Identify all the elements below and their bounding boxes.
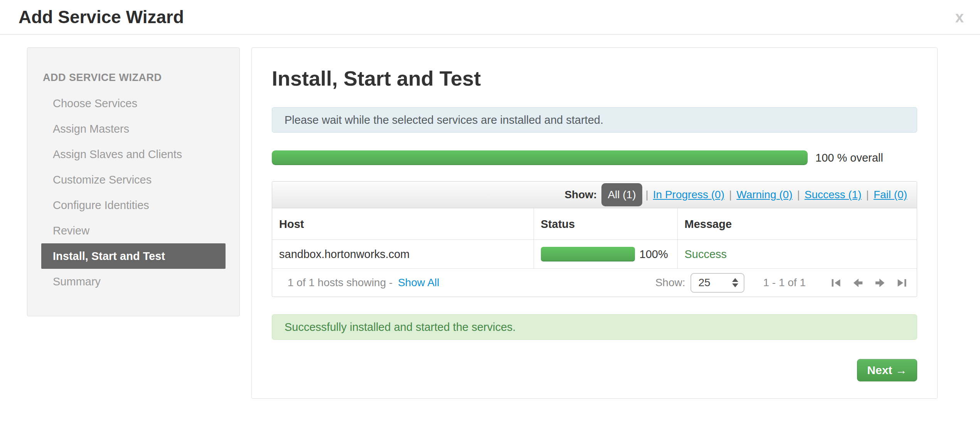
hosts-showing-summary: 1 of 1 hosts showing - Show All [288, 277, 655, 289]
overall-progress-fill [272, 150, 808, 165]
stepper-icon [732, 278, 738, 287]
sidebar-item-configure-identities[interactable]: Configure Identities [41, 192, 226, 218]
filter-separator: | [729, 189, 732, 201]
sidebar-item-install-start-and-test[interactable]: Install, Start and Test [41, 243, 226, 269]
success-alert-text: Successfully installed and started the s… [285, 321, 516, 334]
sidebar-item-assign-slaves-and-clients[interactable]: Assign Slaves and Clients [41, 142, 226, 167]
sidebar-item-assign-masters[interactable]: Assign Masters [41, 116, 226, 142]
message-status-text[interactable]: Success [685, 248, 727, 260]
hosts-table-container: Show: All (1) | In Progress (0) | Warnin… [272, 181, 917, 297]
filter-fail[interactable]: Fail (0) [874, 189, 907, 201]
first-page-button[interactable] [830, 277, 842, 289]
info-alert-text: Please wait while the selected services … [285, 114, 603, 126]
overall-progress-row: 100 % overall [272, 150, 917, 165]
wizard-actions: Next → [272, 359, 917, 381]
hosts-showing-text: 1 of 1 hosts showing - [288, 277, 392, 288]
filter-show-label: Show: [564, 189, 597, 201]
close-icon[interactable]: x [955, 9, 964, 25]
last-page-icon [896, 277, 908, 289]
host-progress-bar [541, 247, 635, 261]
sidebar-item-choose-services[interactable]: Choose Services [41, 91, 226, 116]
title-bar: Add Service Wizard x [0, 0, 980, 35]
table-header-row: Host Status Message [272, 208, 917, 240]
next-page-button[interactable] [874, 277, 886, 289]
previous-page-icon [852, 277, 864, 289]
wizard-body: ADD SERVICE WIZARD Choose Services Assig… [0, 35, 980, 424]
host-cell: sandbox.hortonworks.com [272, 240, 534, 269]
message-cell: Success [677, 240, 917, 269]
filter-success[interactable]: Success (1) [805, 189, 862, 201]
column-header-status: Status [534, 208, 677, 240]
filter-separator: | [646, 189, 648, 201]
table-row: sandbox.hortonworks.com 100% Success [272, 240, 917, 269]
hosts-table: Host Status Message sandbox.hortonworks.… [272, 208, 917, 268]
previous-page-button[interactable] [852, 277, 864, 289]
table-footer: 1 of 1 hosts showing - Show All Show: 25… [272, 268, 917, 297]
overall-progress-bar [272, 150, 808, 165]
sidebar-item-summary[interactable]: Summary [41, 269, 226, 294]
info-alert: Please wait while the selected services … [272, 107, 917, 133]
sidebar-item-review[interactable]: Review [41, 218, 226, 243]
pagination-controls [820, 277, 908, 289]
filter-separator: | [866, 189, 869, 201]
next-button[interactable]: Next → [857, 359, 917, 381]
host-progress-label: 100% [640, 248, 668, 261]
page-size-value: 25 [698, 277, 710, 289]
column-header-host: Host [272, 208, 534, 240]
pagination-range: 1 - 1 of 1 [763, 277, 806, 289]
status-cell: 100% [534, 240, 677, 269]
filter-in-progress[interactable]: In Progress (0) [653, 189, 724, 201]
page-title: Install, Start and Test [272, 66, 917, 90]
dialog-title: Add Service Wizard [19, 7, 184, 27]
first-page-icon [830, 277, 842, 289]
column-header-message: Message [677, 208, 917, 240]
last-page-button[interactable] [896, 277, 908, 289]
filter-separator: | [797, 189, 800, 201]
filter-bar: Show: All (1) | In Progress (0) | Warnin… [272, 182, 917, 208]
sidebar-heading: ADD SERVICE WIZARD [43, 72, 239, 84]
show-all-link[interactable]: Show All [398, 277, 439, 288]
next-page-icon [874, 277, 886, 289]
wizard-sidebar: ADD SERVICE WIZARD Choose Services Assig… [27, 47, 240, 316]
filter-all[interactable]: All (1) [601, 183, 642, 206]
overall-progress-label: 100 % overall [815, 152, 883, 164]
success-alert: Successfully installed and started the s… [272, 314, 917, 340]
sidebar-item-customize-services[interactable]: Customize Services [41, 167, 226, 192]
page-size-select[interactable]: 25 [690, 273, 744, 293]
filter-warning[interactable]: Warning (0) [736, 189, 792, 201]
main-panel: Install, Start and Test Please wait whil… [251, 47, 938, 399]
wizard-steps: Choose Services Assign Masters Assign Sl… [41, 91, 226, 294]
page-size-label: Show: [655, 277, 685, 289]
host-progress-fill [541, 247, 635, 261]
